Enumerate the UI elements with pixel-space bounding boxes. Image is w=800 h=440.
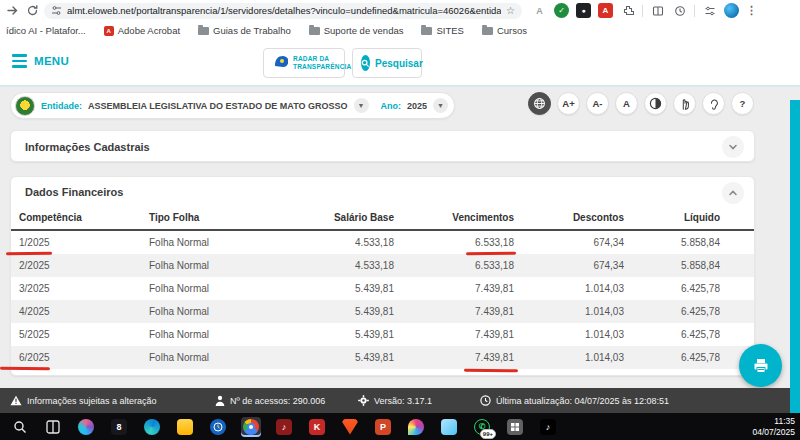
footer-updated: Última atualização: 04/07/2025 às 12:08:…: [480, 388, 669, 413]
site-info-icon[interactable]: [51, 2, 62, 20]
cell-tipo-folha: Folha Normal: [149, 237, 319, 248]
chrome-icon-active[interactable]: [241, 417, 261, 437]
table-row[interactable]: 5/2025Folha Normal5.439,817.439,811.014,…: [11, 323, 754, 346]
media-app-icon[interactable]: ♪: [274, 417, 294, 437]
contrast-button[interactable]: [644, 92, 667, 115]
browser-menu-icon[interactable]: ⋮: [746, 5, 757, 16]
copilot-icon[interactable]: [76, 417, 96, 437]
entity-value[interactable]: ASSEMBLEIA LEGISLATIVA DO ESTADO DE MATO…: [88, 101, 348, 111]
radar-transparencia-button[interactable]: RADAR DA TRANSPARÊNCIA: [263, 48, 345, 78]
print-button[interactable]: [739, 344, 782, 387]
language-globe-button[interactable]: [528, 92, 551, 115]
extensions-puzzle-icon[interactable]: [620, 3, 635, 18]
table-row[interactable]: 4/2025Folha Normal5.439,817.439,811.014,…: [11, 300, 754, 323]
bookmark-label: Suporte de vendas: [324, 25, 404, 36]
profile-avatar[interactable]: [724, 3, 739, 18]
font-decrease-button[interactable]: A-: [586, 92, 609, 115]
year-value[interactable]: 2025: [407, 101, 427, 111]
footer-version-text: Versão: 3.17.1: [374, 396, 432, 406]
reload-icon[interactable]: [24, 3, 40, 19]
cell-descontos: 674,34: [514, 237, 624, 248]
cell-tipo-folha: Folha Normal: [149, 260, 319, 271]
portal-page: MENU RADAR DA TRANSPARÊNCIA Pesquisar: [0, 40, 800, 413]
cell-liquido: 5.858,84: [624, 237, 720, 248]
extension-a-icon[interactable]: A: [532, 3, 547, 18]
bookmark-folder-suporte[interactable]: Suporte de vendas: [309, 25, 404, 36]
bookmark-folder-cursos[interactable]: Cursos: [482, 25, 527, 36]
audio-assist-button[interactable]: [702, 92, 725, 115]
url-text[interactable]: almt.eloweb.net/portaltransparencia/1/se…: [67, 5, 501, 16]
col-header: Vencimentos: [394, 212, 514, 223]
cell-tipo-folha: Folha Normal: [149, 329, 319, 340]
cell-liquido: 6.425,78: [624, 283, 720, 294]
powerpoint-icon[interactable]: P: [373, 417, 393, 437]
taskbar-search-icon[interactable]: [10, 417, 30, 437]
bookmark-label: ídico AI - Platafor...: [6, 25, 86, 36]
tiktok-icon[interactable]: ♪: [538, 417, 558, 437]
extension-green-icon[interactable]: ✓: [554, 3, 569, 18]
font-increase-button[interactable]: A+: [557, 92, 580, 115]
edge-icon[interactable]: [142, 417, 162, 437]
libras-hand-button[interactable]: [673, 92, 696, 115]
search-button[interactable]: Pesquisar: [352, 48, 422, 78]
cell-descontos: 1.014,03: [514, 283, 624, 294]
footer-notice: Informações sujeitas a alteração: [10, 388, 157, 413]
whatsapp-icon[interactable]: ✆ 99+: [472, 417, 492, 437]
bookmark-star-icon[interactable]: ☆: [506, 5, 515, 16]
bookmark-item[interactable]: ídico AI - Platafor...: [6, 25, 86, 36]
tune-icon[interactable]: [702, 3, 717, 18]
gear-icon: [358, 395, 369, 406]
red-app-icon[interactable]: K: [307, 417, 327, 437]
help-button[interactable]: ?: [731, 92, 754, 115]
taskbar-clock[interactable]: 11:35 04/07/2025: [752, 416, 795, 437]
year-dropdown-icon[interactable]: ▼: [433, 98, 448, 113]
entity-dropdown-icon[interactable]: ▼: [354, 98, 369, 113]
cell-descontos: 674,34: [514, 260, 624, 271]
cell-salario-base: 5.439,81: [319, 283, 394, 294]
bookmark-folder-sites[interactable]: SITES: [421, 25, 463, 36]
bookmark-item-adobe[interactable]: AAdobe Acrobat: [104, 25, 180, 36]
financeiros-title: Dados Financeiros: [25, 186, 123, 198]
whatsapp-badge: 99+: [480, 429, 496, 439]
page-scrollbar[interactable]: [790, 100, 800, 413]
financeiros-table: Competência Tipo Folha Salário Base Venc…: [11, 205, 754, 369]
portal-footer: Informações sujeitas a alteração Nº de a…: [0, 388, 800, 413]
cell-vencimentos: 6.533,18: [394, 260, 514, 271]
bookmark-label: Adobe Acrobat: [118, 25, 180, 36]
cell-competencia: 3/2025: [19, 283, 149, 294]
reading-list-icon[interactable]: [650, 3, 665, 18]
extension-black-icon[interactable]: ●: [576, 3, 591, 18]
calculator-app-icon[interactable]: [505, 417, 525, 437]
cell-vencimentos: 7.439,81: [394, 306, 514, 317]
font-reset-button[interactable]: A: [615, 92, 638, 115]
bookmark-folder-guias[interactable]: Guias de Trabalho: [198, 25, 291, 36]
menu-button[interactable]: MENU: [12, 54, 69, 68]
cell-liquido: 6.425,78: [624, 352, 720, 363]
photos-app-icon[interactable]: [439, 417, 459, 437]
annotation-underline-competencia-1-2025: [6, 252, 52, 256]
clock-app-icon[interactable]: [208, 417, 228, 437]
collapse-financeiros-button[interactable]: [722, 182, 744, 204]
pdf-icon: A: [104, 26, 114, 36]
footer-version: Versão: 3.17.1: [358, 388, 432, 413]
history-icon[interactable]: [672, 3, 687, 18]
task-view-icon[interactable]: [43, 417, 63, 437]
table-row[interactable]: 2/2025Folha Normal4.533,186.533,18674,34…: [11, 254, 754, 277]
brave-icon[interactable]: [340, 417, 360, 437]
extensions-row: A ✓ ● A ⋮: [532, 3, 757, 18]
expand-cadastrais-button[interactable]: [722, 136, 744, 158]
table-row[interactable]: 1/2025Folha Normal4.533,186.533,18674,34…: [11, 231, 754, 254]
warning-icon: [10, 395, 22, 406]
bookmark-label: SITES: [436, 25, 463, 36]
cell-vencimentos: 6.533,18: [394, 237, 514, 248]
table-row[interactable]: 3/2025Folha Normal5.439,817.439,811.014,…: [11, 277, 754, 300]
paint-app-icon[interactable]: [406, 417, 426, 437]
forward-icon[interactable]: [4, 3, 20, 19]
url-bar[interactable]: almt.eloweb.net/portaltransparencia/1/se…: [44, 3, 522, 19]
app-8-icon[interactable]: 8: [109, 417, 129, 437]
adobe-acrobat-extension-icon[interactable]: A: [598, 3, 613, 18]
financeiros-card: Dados Financeiros Competência Tipo Folha…: [10, 176, 755, 376]
table-row[interactable]: 6/2025Folha Normal5.439,817.439,811.014,…: [11, 346, 754, 369]
file-explorer-icon[interactable]: [175, 417, 195, 437]
cell-salario-base: 5.439,81: [319, 306, 394, 317]
